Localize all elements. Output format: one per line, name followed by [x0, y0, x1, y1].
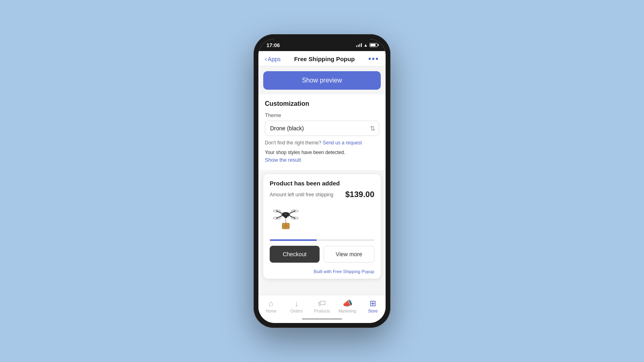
- tab-orders-label: Orders: [291, 309, 303, 313]
- back-button[interactable]: ‹ Apps: [265, 56, 281, 63]
- back-label: Apps: [268, 56, 281, 62]
- signal-icon: [356, 43, 362, 47]
- svg-point-4: [285, 216, 287, 218]
- home-icon: ⌂: [269, 299, 274, 308]
- show-result-link[interactable]: Show the result: [265, 157, 379, 163]
- shop-styles-text: Your shop styles have been detected.: [265, 150, 379, 155]
- battery-icon: [369, 43, 378, 47]
- tab-home[interactable]: ⌂ Home: [258, 299, 284, 313]
- svg-point-16: [294, 218, 295, 219]
- status-time: 17:06: [266, 42, 280, 48]
- notch: [298, 39, 346, 49]
- theme-select[interactable]: Drone (black) Classic Modern: [265, 121, 379, 136]
- home-indicator-bar: [302, 318, 342, 320]
- nav-bar: ‹ Apps Free Shipping Popup •••: [258, 51, 386, 66]
- home-indicator: [258, 315, 386, 323]
- tab-marketing-label: Marketing: [339, 309, 356, 313]
- tab-store[interactable]: ⊞ Store: [360, 298, 386, 313]
- view-more-button[interactable]: View more: [324, 246, 374, 263]
- content-area: Show preview Customization Theme Drone (…: [258, 66, 386, 295]
- tab-bar: ⌂ Home ↓ Orders 🏷 Products 📣 Marketing ⊞…: [258, 295, 386, 315]
- preview-card-amount-row: Amount left until free shipping $139.00: [270, 190, 374, 199]
- status-bar: 17:06 ▲: [258, 39, 386, 51]
- svg-point-15: [276, 218, 278, 219]
- chevron-left-icon: ‹: [265, 56, 267, 63]
- drone-illustration: [263, 203, 381, 239]
- products-icon: 🏷: [318, 299, 326, 308]
- orders-icon: ↓: [295, 299, 299, 308]
- built-with-link: Free Shipping Popup: [333, 269, 374, 274]
- svg-point-14: [294, 210, 295, 212]
- tab-products-label: Products: [314, 309, 330, 313]
- theme-hint: Don't find the right theme? Send us a re…: [265, 140, 379, 146]
- amount-value: $139.00: [345, 190, 374, 199]
- theme-label: Theme: [265, 112, 379, 118]
- preview-card: Product has been added Amount left until…: [263, 174, 381, 279]
- tab-orders[interactable]: ↓ Orders: [284, 299, 309, 313]
- drone-svg: [270, 203, 302, 235]
- phone-screen: 17:06 ▲ ‹ Apps Free Shipping Popup •••: [258, 39, 386, 323]
- more-options-button[interactable]: •••: [368, 54, 379, 64]
- wifi-icon: ▲: [363, 43, 368, 47]
- svg-point-13: [276, 210, 278, 212]
- theme-select-wrapper: Drone (black) Classic Modern ⇅: [265, 121, 379, 136]
- customization-section: Customization Theme Drone (black) Classi…: [258, 95, 386, 170]
- preview-card-title: Product has been added: [270, 180, 374, 187]
- tab-marketing[interactable]: 📣 Marketing: [335, 298, 360, 313]
- tab-home-label: Home: [266, 309, 277, 313]
- preview-card-header: Product has been added Amount left until…: [263, 174, 381, 203]
- nav-title: Free Shipping Popup: [294, 56, 355, 62]
- send-request-link[interactable]: Send us a request: [323, 140, 362, 146]
- tab-products[interactable]: 🏷 Products: [309, 299, 334, 313]
- show-preview-button[interactable]: Show preview: [263, 71, 381, 90]
- marketing-icon: 📣: [343, 298, 353, 308]
- status-icons: ▲: [356, 43, 378, 47]
- amount-left-label: Amount left until free shipping: [270, 192, 333, 197]
- checkout-button[interactable]: Checkout: [270, 246, 320, 263]
- phone-frame: 17:06 ▲ ‹ Apps Free Shipping Popup •••: [254, 34, 390, 328]
- section-title: Customization: [265, 100, 379, 107]
- preview-card-actions: Checkout View more: [263, 241, 381, 267]
- store-icon: ⊞: [369, 298, 376, 308]
- built-with: Built with Free Shipping Popup: [263, 267, 381, 279]
- tab-store-label: Store: [368, 309, 378, 313]
